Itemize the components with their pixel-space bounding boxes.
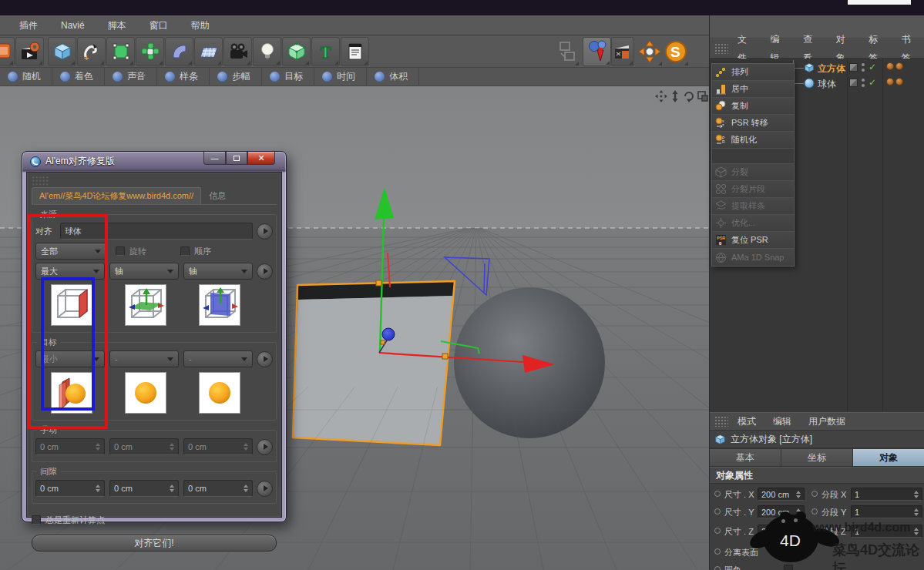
keyframe-dot[interactable]	[811, 491, 818, 497]
visibility-dots[interactable]	[862, 63, 865, 72]
phong-tag-icon[interactable]	[886, 62, 894, 70]
keyframe-dot[interactable]	[714, 491, 721, 497]
tab-coordinates[interactable]: 坐标	[781, 448, 853, 467]
x-scale-handle[interactable]	[442, 354, 448, 359]
palette-item-randomize[interactable]: PR 随机化	[712, 132, 794, 149]
tool-target[interactable]: 目标	[262, 68, 314, 86]
maximize-button[interactable]	[226, 152, 247, 165]
manual-menu-button[interactable]	[257, 439, 273, 455]
tool-sound[interactable]: 声音	[105, 68, 157, 86]
am-menu-userdata[interactable]: 用户数据	[801, 412, 853, 431]
palette-item-reset-psr[interactable]: PSR0 复位 PSR	[712, 232, 794, 249]
target-axis1-dropdown[interactable]: -	[109, 350, 179, 367]
menu-window[interactable]: 窗口	[138, 15, 180, 35]
tab-info[interactable]: 信息	[201, 188, 234, 204]
render-view-button[interactable]	[0, 37, 15, 66]
rotate-checkbox[interactable]	[116, 246, 125, 256]
menu-help[interactable]: 帮助	[180, 15, 221, 35]
recalc-checkbox[interactable]	[32, 515, 41, 525]
order-checkbox[interactable]	[180, 246, 190, 256]
stepper[interactable]	[170, 484, 174, 492]
enabled-check-icon[interactable]: ✓	[869, 77, 876, 88]
keyframe-dot[interactable]	[714, 548, 721, 555]
size-x-field[interactable]: 200 cm	[758, 488, 805, 501]
menu-navie[interactable]: Navié	[49, 15, 96, 35]
gap-menu-button[interactable]	[257, 481, 273, 497]
tool-shader[interactable]: 着色	[52, 68, 105, 86]
object-name[interactable]: 球体	[818, 78, 836, 91]
close-button[interactable]: ✕	[247, 152, 275, 165]
palette-item-center[interactable]: 居中	[712, 81, 794, 98]
target-thumb-z[interactable]	[199, 372, 240, 414]
origin-handle[interactable]	[381, 340, 385, 344]
tag-icon[interactable]	[895, 78, 903, 86]
pan-icon[interactable]	[655, 90, 667, 102]
menu-script[interactable]: 脚本	[96, 15, 138, 35]
layer-chip[interactable]	[849, 79, 858, 87]
render-settings-button[interactable]	[15, 37, 44, 66]
gap-y-field[interactable]: 0 cm	[109, 480, 179, 497]
visibility-dots[interactable]	[862, 79, 865, 88]
camera-button[interactable]	[223, 37, 252, 66]
floor-button[interactable]	[194, 37, 223, 66]
layer-chip[interactable]	[849, 63, 858, 72]
target-thumb-y[interactable]	[125, 372, 166, 414]
object-properties-header[interactable]: 对象属性	[710, 467, 924, 484]
palette-item-arrange[interactable]: 排列	[712, 64, 794, 81]
source-thumb-y[interactable]	[125, 284, 166, 326]
notes-button[interactable]	[341, 37, 369, 66]
subdivision-surface-button[interactable]	[106, 37, 135, 66]
tool-volume[interactable]: 体积	[367, 68, 419, 86]
keyframe-dot[interactable]	[714, 566, 721, 570]
maximize-view-icon[interactable]	[697, 90, 709, 102]
source-axis2-dropdown[interactable]: 轴	[183, 263, 253, 280]
zoom-icon[interactable]	[669, 90, 681, 102]
expand-arrows-button[interactable]	[637, 37, 663, 66]
grip-handle[interactable]	[714, 43, 728, 54]
gap-x-field[interactable]: 0 cm	[35, 480, 105, 497]
array-generator-button[interactable]	[136, 37, 164, 66]
enabled-check-icon[interactable]: ✓	[869, 62, 876, 72]
rotate-icon[interactable]	[683, 90, 695, 102]
source-menu-button[interactable]	[257, 263, 273, 280]
palette-item-psr-transfer[interactable]: xz PSR 转移	[712, 115, 794, 132]
minimize-button[interactable]: —	[203, 152, 226, 165]
seg-x-field[interactable]: 1	[851, 488, 922, 501]
stepper[interactable]	[244, 484, 248, 492]
render-queue-button[interactable]	[611, 37, 634, 66]
stepper[interactable]	[96, 484, 100, 492]
target-axis2-dropdown[interactable]: -	[183, 350, 253, 367]
y-scale-handle[interactable]	[376, 280, 381, 286]
tool-spline[interactable]: 样条	[157, 68, 210, 86]
tab-alem[interactable]: Al'em//菜鸟4D论坛修复www.bird4d.com//	[32, 187, 201, 204]
z-axis-handle[interactable]	[382, 328, 395, 340]
simulation-button[interactable]	[583, 37, 611, 66]
stepper[interactable]	[796, 491, 801, 498]
cube-primitive-button[interactable]	[48, 37, 76, 66]
dialog-grip[interactable]	[32, 176, 49, 186]
tag-icon[interactable]	[895, 62, 903, 70]
light-button[interactable]	[253, 37, 281, 66]
align-menu-button[interactable]	[257, 223, 273, 240]
menu-plugins[interactable]: 插件	[8, 15, 49, 35]
align-them-button[interactable]: 对齐它们!	[32, 535, 277, 552]
object-name[interactable]: 立方体	[818, 62, 845, 75]
s-logo-button[interactable]: S	[663, 37, 689, 66]
source-axis1-dropdown[interactable]: 轴	[109, 263, 179, 280]
am-menu-mode[interactable]: 模式	[730, 412, 764, 431]
grip-handle[interactable]	[714, 416, 728, 427]
am-menu-edit[interactable]: 编辑	[765, 412, 799, 431]
keyframe-dot[interactable]	[714, 528, 721, 534]
stepper[interactable]	[914, 491, 919, 498]
dialog-titlebar[interactable]: Al'em对齐修复版	[30, 155, 115, 168]
tool-step[interactable]: 步幅	[210, 68, 262, 86]
viewport-layout-button[interactable]	[556, 37, 580, 66]
source-thumb-z[interactable]	[199, 284, 240, 326]
palette-item-duplicate[interactable]: 复制	[712, 98, 794, 115]
ffd-deformer-button[interactable]	[282, 37, 311, 66]
target-menu-button[interactable]	[257, 351, 273, 367]
keyframe-dot[interactable]	[714, 508, 721, 515]
tool-random[interactable]: 随机	[0, 68, 52, 86]
gap-z-field[interactable]: 0 cm	[183, 480, 253, 497]
tab-object[interactable]: 对象	[853, 448, 924, 467]
